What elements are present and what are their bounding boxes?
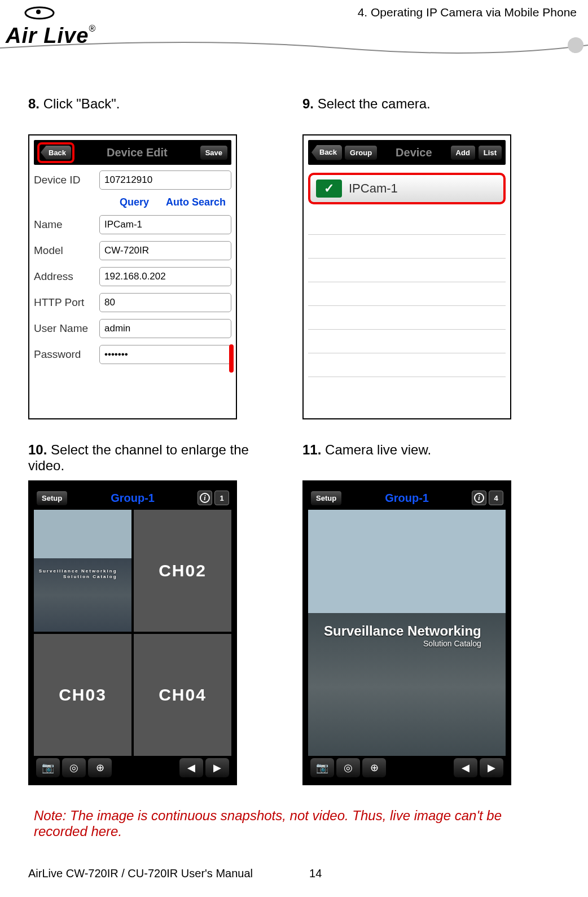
camera-list-item[interactable]: ✓ IPCam-1 xyxy=(308,173,506,204)
page-footer: AirLive CW-720IR / CU-720IR User's Manua… xyxy=(28,867,560,880)
right-highlight-bar xyxy=(229,344,234,373)
svg-point-2 xyxy=(568,37,583,53)
channel-1-tile[interactable]: Surveillance Networking Solution Catalog xyxy=(34,510,131,632)
step10-caption: 10. Select the channel to enlarge the vi… xyxy=(28,442,286,476)
channel-2-tile[interactable]: CH02 xyxy=(134,510,231,632)
step11-num: 11. xyxy=(302,442,321,457)
step8-caption: 8. Click "Back". xyxy=(28,96,286,130)
page-number: 14 xyxy=(309,867,322,880)
device-edit-title: Device Edit xyxy=(107,146,168,159)
address-field[interactable]: 192.168.0.202 xyxy=(99,267,231,286)
video-topbar: Setup Group-1 i 1 xyxy=(34,486,231,510)
channel-3-tile[interactable]: CH03 xyxy=(34,634,131,756)
back-button[interactable]: Back xyxy=(311,145,342,160)
back-button[interactable]: Back xyxy=(41,146,71,160)
auto-search-link[interactable]: Auto Search xyxy=(166,196,226,208)
http-port-field[interactable]: 80 xyxy=(99,293,231,312)
setup-button[interactable]: Setup xyxy=(36,491,68,506)
info-icon[interactable]: i xyxy=(472,491,486,505)
record-icon[interactable]: ⊕ xyxy=(362,758,386,777)
list-button[interactable]: List xyxy=(478,145,502,160)
device-list-topbar: Back Group Device Add List xyxy=(308,140,506,165)
group-button[interactable]: Group xyxy=(344,145,378,160)
svg-text:i: i xyxy=(478,494,480,502)
device-id-field[interactable]: 107212910 xyxy=(99,170,231,190)
prev-icon[interactable]: ◀ xyxy=(179,758,203,777)
name-field[interactable]: IPCam-1 xyxy=(99,215,231,234)
save-button[interactable]: Save xyxy=(200,145,228,160)
address-label: Address xyxy=(34,270,96,283)
http-port-label: HTTP Port xyxy=(34,296,96,309)
query-link[interactable]: Query xyxy=(120,196,149,208)
chapter-title: 4. Operating IP Camera via Mobile Phone xyxy=(358,6,577,19)
back-button-highlight: Back xyxy=(37,142,74,163)
step10-num: 10. xyxy=(28,442,47,457)
manual-title: AirLive CW-720IR / CU-720IR User's Manua… xyxy=(28,867,253,880)
username-field[interactable]: admin xyxy=(99,319,231,338)
model-field[interactable]: CW-720IR xyxy=(99,241,231,260)
step9-num: 9. xyxy=(302,96,314,111)
record-icon[interactable]: ⊕ xyxy=(88,758,112,777)
step11-screenshot: Setup Group-1 i 4 Surveillance Networkin… xyxy=(302,480,511,785)
header-divider-curve xyxy=(0,34,588,68)
video-bottombar: 📷 ◎ ⊕ ◀ ▶ xyxy=(308,756,506,780)
step8-num: 8. xyxy=(28,96,40,111)
video-bottombar: 📷 ◎ ⊕ ◀ ▶ xyxy=(34,756,231,780)
info-icon[interactable]: i xyxy=(198,491,212,505)
snapshot-icon[interactable]: 📷 xyxy=(310,758,334,777)
tool-icon[interactable]: ◎ xyxy=(336,758,360,777)
live-preview-text: Surveillance Networking Solution Catalog xyxy=(39,568,117,580)
live-view-overlay-text: Surveillance Networking Solution Catalog xyxy=(324,623,481,648)
password-field[interactable]: ••••••• xyxy=(99,345,231,364)
name-label: Name xyxy=(34,218,96,231)
password-label: Password xyxy=(34,348,96,361)
layout-4-button[interactable]: 4 xyxy=(489,491,503,505)
step9-caption: 9. Select the camera. xyxy=(302,96,560,130)
live-view-fullscreen[interactable]: Surveillance Networking Solution Catalog xyxy=(308,510,506,756)
registered-mark: ® xyxy=(89,24,95,33)
check-icon: ✓ xyxy=(316,180,342,198)
step11-caption: 11. Camera live view. xyxy=(302,442,560,476)
group-title: Group-1 xyxy=(111,492,155,505)
svg-point-1 xyxy=(36,10,41,14)
device-title: Device xyxy=(396,146,432,159)
username-label: User Name xyxy=(34,322,96,335)
add-button[interactable]: Add xyxy=(450,145,476,160)
svg-text:i: i xyxy=(204,494,206,502)
page-header: Air Live® 4. Operating IP Camera via Mob… xyxy=(0,0,588,68)
snapshot-icon[interactable]: 📷 xyxy=(36,758,60,777)
next-icon[interactable]: ▶ xyxy=(480,758,503,777)
layout-1-button[interactable]: 1 xyxy=(214,491,229,505)
prev-icon[interactable]: ◀ xyxy=(454,758,477,777)
empty-list-rows xyxy=(308,211,506,377)
setup-button[interactable]: Setup xyxy=(310,491,342,506)
channel-4-tile[interactable]: CH04 xyxy=(134,634,231,756)
device-edit-topbar: Back Device Edit Save xyxy=(34,140,231,165)
tool-icon[interactable]: ◎ xyxy=(62,758,86,777)
model-label: Model xyxy=(34,244,96,257)
next-icon[interactable]: ▶ xyxy=(205,758,229,777)
group-title: Group-1 xyxy=(385,492,429,505)
note-text: Note: The image is continuous snapshots,… xyxy=(28,808,560,839)
step9-screenshot: Back Group Device Add List ✓ IPCam-1 xyxy=(302,134,511,419)
video-topbar: Setup Group-1 i 4 xyxy=(308,486,506,510)
step10-screenshot: Setup Group-1 i 1 Surveillance Networkin… xyxy=(28,480,237,785)
camera-name-label: IPCam-1 xyxy=(349,181,398,196)
device-id-label: Device ID xyxy=(34,174,96,186)
step8-screenshot: Back Device Edit Save Device ID 10721291… xyxy=(28,134,237,419)
